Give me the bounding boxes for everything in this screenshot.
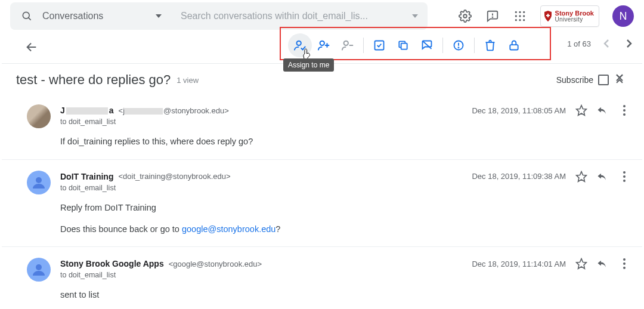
message-body: If doi_training replies to this, where d… (60, 135, 630, 149)
svg-point-41 (623, 258, 626, 261)
svg-point-11 (515, 19, 516, 21)
sender-email: <doit_training@stonybrook.edu> (118, 172, 230, 181)
more-icon[interactable] (618, 104, 630, 116)
lock-button[interactable] (502, 33, 526, 57)
message-date: Dec 18, 2019, 11:14:01 AM (472, 259, 566, 268)
svg-point-33 (623, 113, 626, 116)
svg-marker-30 (577, 106, 587, 116)
svg-point-6 (519, 11, 521, 13)
apps-grid-icon[interactable] (513, 9, 527, 23)
search-bar[interactable]: Conversations Search conversations withi… (10, 2, 428, 30)
svg-point-36 (623, 171, 626, 174)
toolbar-separator (474, 38, 475, 53)
feedback-icon[interactable] (485, 9, 500, 23)
star-icon[interactable] (575, 171, 587, 183)
svg-marker-35 (577, 171, 587, 181)
search-scope-label: Conversations (42, 11, 103, 21)
report-button[interactable] (447, 33, 470, 57)
svg-point-12 (519, 19, 521, 21)
recipient-line: to doit_email_list (60, 271, 630, 279)
sender-email: <google@stonybrook.edu> (169, 259, 262, 268)
star-icon[interactable] (575, 258, 587, 270)
org-subtitle: University (555, 17, 594, 23)
gear-icon[interactable] (458, 9, 472, 23)
reply-all-icon[interactable] (597, 258, 609, 270)
search-placeholder: Search conversations within doit_email_l… (181, 11, 368, 21)
collapse-all-button[interactable] (614, 73, 628, 87)
reply-all-icon[interactable] (597, 171, 609, 183)
svg-point-21 (344, 41, 348, 45)
svg-point-17 (297, 41, 301, 45)
message-body: Reply from DoIT Training Does this bounc… (60, 202, 630, 236)
message-item: Ja <j@stonybrook.edu> Dec 18, 2019, 11:0… (2, 94, 642, 160)
org-brand[interactable]: Stony Brook University (540, 5, 599, 27)
svg-rect-23 (375, 41, 384, 50)
page-next-button[interactable] (622, 36, 636, 51)
avatar-initial: N (620, 10, 627, 23)
search-input-area[interactable]: Search conversations within doit_email_l… (171, 2, 428, 30)
page-prev-button[interactable] (599, 36, 614, 51)
svg-point-28 (459, 47, 459, 48)
shield-icon (544, 11, 552, 21)
org-name: Stony Brook (555, 10, 594, 17)
message-item: DoIT Training <doit_training@stonybrook.… (2, 160, 642, 248)
take-button[interactable] (312, 33, 336, 57)
email-link[interactable]: google@stonybrook.edu (182, 224, 275, 234)
svg-point-37 (623, 175, 626, 178)
star-icon[interactable] (575, 104, 587, 116)
caret-down-icon (412, 14, 418, 18)
message-date: Dec 18, 2019, 11:08:05 AM (472, 106, 566, 115)
person-icon (32, 262, 46, 277)
delete-button[interactable] (478, 33, 502, 57)
svg-point-0 (23, 12, 29, 18)
sender-name: DoIT Training (60, 172, 113, 181)
message-date: Dec 18, 2019, 11:09:38 AM (472, 172, 566, 181)
svg-point-32 (623, 109, 626, 112)
mark-complete-button[interactable] (367, 33, 391, 57)
caret-down-icon (156, 14, 162, 18)
sender-name: Ja (60, 106, 114, 115)
more-icon[interactable] (618, 171, 630, 183)
assign-to-me-button[interactable] (288, 33, 312, 57)
svg-rect-15 (546, 15, 550, 16)
subscribe-checkbox[interactable] (598, 75, 609, 85)
drop-button[interactable] (336, 33, 360, 57)
thread-subject: test - where do replies go? (16, 72, 171, 88)
account-avatar[interactable]: N (612, 5, 634, 27)
back-button[interactable] (20, 35, 44, 59)
page-counter: 1 of 63 (567, 39, 591, 48)
top-bar: Conversations Search conversations withi… (2, 2, 642, 30)
reply-all-icon[interactable] (597, 104, 609, 116)
subject-row: test - where do replies go? 1 view Subsc… (2, 64, 642, 94)
mark-duplicate-button[interactable] (391, 33, 415, 57)
svg-point-5 (515, 11, 516, 13)
svg-point-10 (523, 15, 525, 17)
more-icon[interactable] (618, 258, 630, 270)
sender-name: Stony Brook Google Apps (60, 259, 164, 268)
svg-line-1 (29, 18, 31, 20)
recipient-line: to doit_email_list (60, 118, 630, 126)
svg-point-31 (623, 105, 626, 107)
message-item: Stony Brook Google Apps <google@stonybro… (2, 247, 642, 309)
toolbar-separator (442, 38, 443, 53)
sender-email: <j@stonybrook.edu> (119, 106, 229, 115)
svg-point-8 (515, 15, 516, 17)
search-icon (20, 9, 34, 23)
view-count: 1 view (177, 76, 199, 85)
sender-avatar (27, 104, 51, 128)
svg-point-39 (36, 264, 42, 270)
search-scope[interactable]: Conversations (10, 2, 171, 30)
sender-avatar (27, 171, 51, 194)
svg-point-9 (519, 15, 521, 17)
svg-rect-29 (510, 45, 518, 50)
action-row: Assign to me 1 of 63 (2, 30, 642, 64)
toolbar-separator (363, 38, 364, 53)
svg-point-43 (623, 267, 626, 269)
svg-marker-40 (577, 259, 587, 269)
subscribe-label: Subscribe (556, 75, 593, 85)
pagination: 1 of 63 (567, 36, 636, 51)
no-action-needed-button[interactable] (415, 33, 439, 57)
thread-toolbar (288, 32, 526, 59)
svg-point-34 (36, 177, 42, 183)
svg-point-4 (492, 17, 493, 17)
